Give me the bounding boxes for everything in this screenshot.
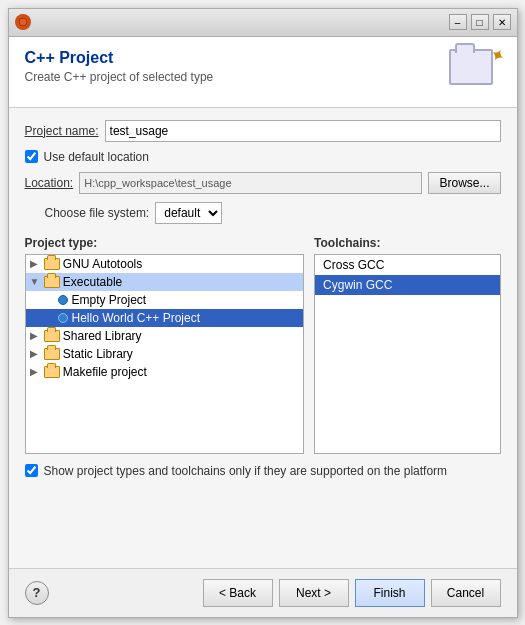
filesystem-label: Choose file system: (45, 206, 150, 220)
list-item[interactable]: Hello World C++ Project (26, 309, 304, 327)
empty-project-label: Empty Project (72, 293, 147, 307)
browse-button[interactable]: Browse... (428, 172, 500, 194)
project-name-input[interactable] (105, 120, 501, 142)
cygwin-gcc-label: Cygwin GCC (323, 278, 392, 292)
use-default-location-checkbox[interactable] (25, 150, 38, 163)
filesystem-select[interactable]: default (155, 202, 222, 224)
location-row: Location: Browse... (25, 172, 501, 194)
dialog: – □ ✕ C++ Project Create C++ project of … (8, 8, 518, 618)
platform-checkbox-label: Show project types and toolchains only i… (44, 464, 448, 478)
cancel-button[interactable]: Cancel (431, 579, 501, 607)
project-type-label: Project type: (25, 236, 305, 250)
expand-arrow-shared: ▶ (30, 330, 42, 341)
list-item[interactable]: ▶ GNU Autotools (26, 255, 304, 273)
gnu-autotools-label: GNU Autotools (63, 257, 142, 271)
makefile-project-label: Makefile project (63, 365, 147, 379)
platform-checkbox[interactable] (25, 464, 38, 477)
dialog-header-icon: ✦ (449, 49, 501, 97)
platform-checkbox-row: Show project types and toolchains only i… (25, 464, 501, 478)
list-item[interactable]: Empty Project (26, 291, 304, 309)
folder-icon (449, 49, 493, 85)
folder-makefile-icon (44, 366, 60, 378)
back-button[interactable]: < Back (203, 579, 273, 607)
use-default-location-label: Use default location (44, 150, 149, 164)
dialog-subtitle: Create C++ project of selected type (25, 70, 214, 84)
footer-left: ? (25, 581, 49, 605)
close-button[interactable]: ✕ (493, 14, 511, 30)
minimize-button[interactable]: – (449, 14, 467, 30)
title-bar: – □ ✕ (9, 9, 517, 37)
executable-label: Executable (63, 275, 122, 289)
title-bar-controls: – □ ✕ (449, 14, 511, 30)
panels-row: Project type: ▶ GNU Autotools ▼ Executab… (25, 236, 501, 454)
dialog-footer: ? < Back Next > Finish Cancel (9, 568, 517, 617)
toolchains-label: Toolchains: (314, 236, 500, 250)
list-item[interactable]: ▼ Executable (26, 273, 304, 291)
dialog-title: C++ Project (25, 49, 214, 67)
expand-arrow-gnu: ▶ (30, 258, 42, 269)
project-name-row: Project name: (25, 120, 501, 142)
next-button[interactable]: Next > (279, 579, 349, 607)
list-item[interactable]: ▶ Shared Library (26, 327, 304, 345)
list-item[interactable]: ▶ Static Library (26, 345, 304, 363)
static-library-label: Static Library (63, 347, 133, 361)
expand-arrow-static: ▶ (30, 348, 42, 359)
location-label: Location: (25, 176, 74, 190)
footer-right: < Back Next > Finish Cancel (203, 579, 501, 607)
title-bar-icon (15, 14, 31, 30)
filesystem-row: Choose file system: default (25, 202, 501, 224)
dialog-body: Project name: Use default location Locat… (9, 108, 517, 568)
shared-library-label: Shared Library (63, 329, 142, 343)
expand-arrow-exe: ▼ (30, 276, 42, 287)
hello-world-label: Hello World C++ Project (72, 311, 201, 325)
dot-empty-project-icon (58, 295, 68, 305)
expand-arrow-makefile: ▶ (30, 366, 42, 377)
cross-gcc-label: Cross GCC (323, 258, 384, 272)
project-type-container: Project type: ▶ GNU Autotools ▼ Executab… (25, 236, 305, 454)
list-item[interactable]: Cygwin GCC (315, 275, 499, 295)
project-type-panel[interactable]: ▶ GNU Autotools ▼ Executable Empty Proje… (25, 254, 305, 454)
project-name-label: Project name: (25, 124, 99, 138)
folder-static-icon (44, 348, 60, 360)
svg-point-0 (19, 18, 27, 26)
dialog-header: C++ Project Create C++ project of select… (9, 37, 517, 108)
dot-hello-world-icon (58, 313, 68, 323)
help-button[interactable]: ? (25, 581, 49, 605)
maximize-button[interactable]: □ (471, 14, 489, 30)
folder-shared-icon (44, 330, 60, 342)
folder-gnu-icon (44, 258, 60, 270)
list-item[interactable]: Cross GCC (315, 255, 499, 275)
location-input[interactable] (79, 172, 422, 194)
list-item[interactable]: ▶ Makefile project (26, 363, 304, 381)
dialog-header-text: C++ Project Create C++ project of select… (25, 49, 214, 84)
toolchains-container: Toolchains: Cross GCC Cygwin GCC (314, 236, 500, 454)
finish-button[interactable]: Finish (355, 579, 425, 607)
folder-exe-icon (44, 276, 60, 288)
use-default-location-row: Use default location (25, 150, 501, 164)
toolchains-panel[interactable]: Cross GCC Cygwin GCC (314, 254, 500, 454)
